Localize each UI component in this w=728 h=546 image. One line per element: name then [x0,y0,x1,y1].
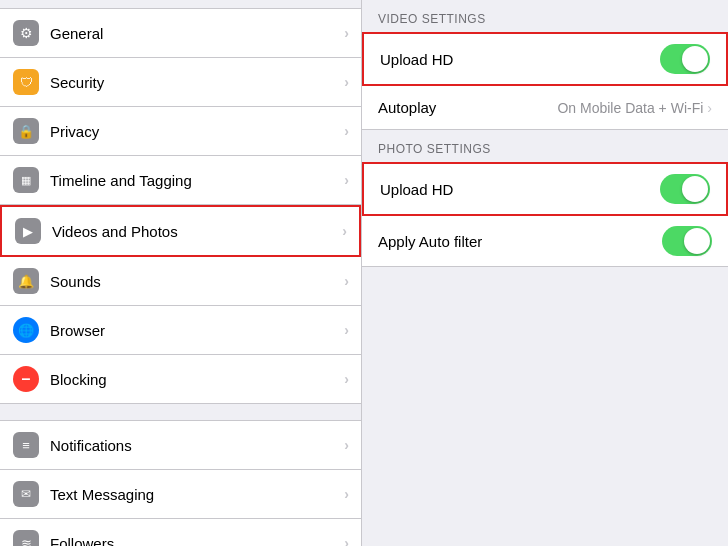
followers-icon: ≋ [12,529,40,546]
autoplay-row[interactable]: Autoplay On Mobile Data + Wi-Fi › [362,86,728,130]
sidebar-label-privacy: Privacy [50,123,344,140]
sidebar-label-timeline: Timeline and Tagging [50,172,344,189]
chevron-icon: › [344,123,349,139]
apply-auto-filter-toggle[interactable] [662,226,712,256]
chevron-icon: › [344,172,349,188]
sidebar-item-sounds[interactable]: 🔔 Sounds › [0,257,361,306]
sidebar-item-browser[interactable]: 🌐 Browser › [0,306,361,355]
sidebar-item-general[interactable]: ⚙ General › [0,8,361,58]
sidebar-label-notifications: Notifications [50,437,344,454]
video-upload-hd-label: Upload HD [380,51,660,68]
chevron-icon: › [344,535,349,546]
sidebar-group-2: ≡ Notifications › ✉ Text Messaging › ≋ F… [0,420,361,546]
sidebar-label-videos: Videos and Photos [52,223,342,240]
chevron-icon: › [344,273,349,289]
chevron-icon: › [344,371,349,387]
sidebar-item-blocking[interactable]: – Blocking › [0,355,361,404]
chevron-icon: › [344,322,349,338]
sms-icon: ✉ [12,480,40,508]
sidebar-label-followers: Followers [50,535,344,547]
sidebar-label-browser: Browser [50,322,344,339]
sidebar-item-videos[interactable]: ▶ Videos and Photos › [0,205,361,257]
chevron-icon: › [344,74,349,90]
sidebar-item-notifications[interactable]: ≡ Notifications › [0,420,361,470]
sidebar-label-security: Security [50,74,344,91]
video-upload-hd-toggle[interactable] [660,44,710,74]
autoplay-chevron-icon: › [707,100,712,116]
autoplay-value: On Mobile Data + Wi-Fi [557,100,703,116]
settings-detail-panel: VIDEO SETTINGS Upload HD Autoplay On Mob… [362,0,728,546]
apply-auto-filter-label: Apply Auto filter [378,233,662,250]
video-settings-header: VIDEO SETTINGS [362,0,728,32]
sidebar-group-1: ⚙ General › 🛡 Security › 🔒 Privacy › ▦ T… [0,8,361,404]
sidebar-label-sounds: Sounds [50,273,344,290]
apply-auto-filter-row[interactable]: Apply Auto filter [362,216,728,267]
autoplay-label: Autoplay [378,99,557,116]
timeline-icon: ▦ [12,166,40,194]
sidebar-item-timeline[interactable]: ▦ Timeline and Tagging › [0,156,361,205]
settings-sidebar: ⚙ General › 🛡 Security › 🔒 Privacy › ▦ T… [0,0,362,546]
sidebar-item-privacy[interactable]: 🔒 Privacy › [0,107,361,156]
lock-icon: 🔒 [12,117,40,145]
chevron-icon: › [344,486,349,502]
notif-icon: ≡ [12,431,40,459]
chevron-icon: › [342,223,347,239]
gear-icon: ⚙ [12,19,40,47]
photo-settings-section: PHOTO SETTINGS Upload HD Apply Auto filt… [362,130,728,267]
group-divider-1 [0,404,361,412]
browser-icon: 🌐 [12,316,40,344]
photo-upload-hd-row[interactable]: Upload HD [362,162,728,216]
chevron-icon: › [344,25,349,41]
video-settings-section: VIDEO SETTINGS Upload HD Autoplay On Mob… [362,0,728,130]
photo-upload-hd-toggle[interactable] [660,174,710,204]
sidebar-label-text-messaging: Text Messaging [50,486,344,503]
sidebar-item-text-messaging[interactable]: ✉ Text Messaging › [0,470,361,519]
sidebar-label-blocking: Blocking [50,371,344,388]
sounds-icon: 🔔 [12,267,40,295]
photo-upload-hd-label: Upload HD [380,181,660,198]
photo-settings-header: PHOTO SETTINGS [362,130,728,162]
chevron-icon: › [344,437,349,453]
sidebar-label-general: General [50,25,344,42]
block-icon: – [12,365,40,393]
video-upload-hd-row[interactable]: Upload HD [362,32,728,86]
sidebar-item-security[interactable]: 🛡 Security › [0,58,361,107]
sidebar-item-followers[interactable]: ≋ Followers › [0,519,361,546]
shield-icon: 🛡 [12,68,40,96]
video-icon: ▶ [14,217,42,245]
